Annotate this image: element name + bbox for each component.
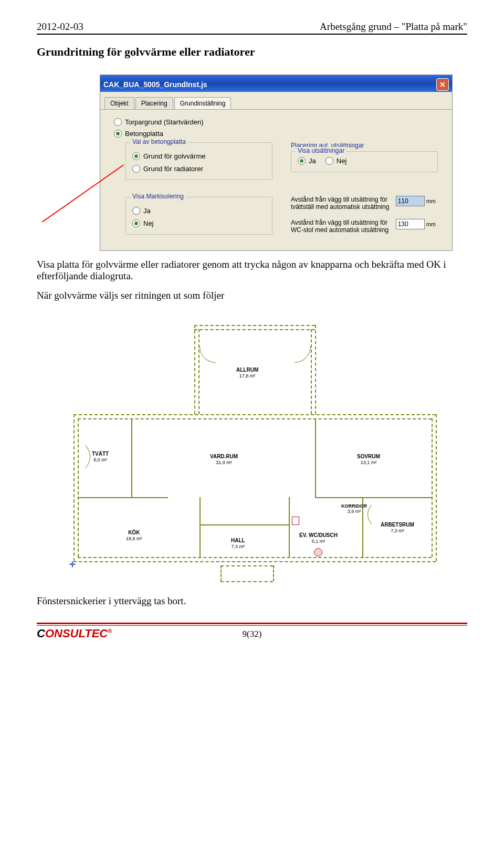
radio-radiatorer[interactable]	[132, 165, 140, 173]
room-kok: KÖK	[128, 530, 140, 535]
room-wc: EV. WC/DUSCH	[299, 532, 338, 538]
room-hall: HALL	[231, 538, 245, 543]
radio-golvvarme[interactable]	[132, 152, 140, 160]
radio-uts-nej[interactable]	[326, 157, 333, 165]
caption-markisolering: Visa Markisolering	[130, 193, 186, 200]
input-avst-wc[interactable]: 130	[396, 219, 425, 229]
label-uts-nej: Nej	[337, 157, 347, 165]
room-vardrun: VARD.RUM	[210, 454, 238, 459]
footer: CONSULTEC® 9(32)	[37, 623, 467, 639]
para-2: När golvvärme väljs ser ritningen ut som…	[37, 290, 467, 301]
unit-mm-2: mm	[426, 221, 436, 227]
area-tvatt: 8,0 m²	[93, 457, 107, 462]
label-torpargrund: Torpargrund (Startvärden)	[125, 118, 204, 126]
header-rule	[37, 34, 467, 35]
label-uts-ja: Ja	[309, 157, 316, 165]
area-allrum: 17,8 m²	[239, 373, 256, 378]
area-wc: 5,1 m²	[312, 539, 326, 544]
radio-uts-ja[interactable]	[298, 157, 306, 165]
label-avst-wc: Avstånd från vägg till utsättning för WC…	[291, 219, 394, 234]
group-val-betong: Val av betongplatta Grund för golvvärme …	[125, 142, 272, 180]
radio-torpargrund[interactable]	[114, 118, 122, 126]
label-betongplatta: Betongplatta	[125, 130, 163, 138]
area-kok: 18,8 m²	[126, 536, 142, 541]
tab-placering[interactable]: Placering	[135, 97, 173, 109]
area-hall: 7,4 m²	[232, 544, 245, 549]
group-visa-uts: Visa utsättningar Ja Nej	[291, 151, 438, 172]
wc-fixture-icon	[292, 517, 299, 525]
room-arbetsrum: ARBETSRUM	[381, 522, 414, 528]
label-golvvarme: Grund för golvvärme	[143, 152, 206, 160]
label-avst-tvatt: Avstånd från vägg till utsättning för tv…	[291, 196, 394, 211]
logo-rest: ONSULTEC	[45, 627, 108, 640]
tabs: Objekt Placering Grundinställning	[100, 92, 452, 110]
room-allrum: ALLRUM	[236, 367, 258, 373]
label-mark-nej: Nej	[143, 219, 154, 227]
tab-grundinstallning[interactable]: Grundinställning	[174, 97, 232, 109]
para-1: Visa platta för golvvärme eller radiator…	[37, 259, 467, 282]
section-title: Grundritning för golvvärme eller radiato…	[37, 45, 467, 59]
floor-plan: ALLRUM17,8 m² TVÄTT8,0 m² VARD.RUM31,9 m…	[63, 309, 441, 587]
dialog-title: CAK_BUA_5005_GrundInst.js	[103, 80, 207, 89]
label-mark-ja: Ja	[143, 207, 151, 215]
area-vardrun: 31,9 m²	[216, 460, 232, 465]
room-tvatt: TVÄTT	[92, 451, 109, 457]
radio-mark-ja[interactable]	[132, 207, 140, 215]
unit-mm-1: mm	[426, 198, 436, 204]
input-avst-tvatt[interactable]: 110	[396, 196, 425, 206]
logo-reg: ®	[108, 628, 112, 634]
header-title: Arbetsgång grund – "Platta på mark"	[320, 21, 467, 33]
area-arbetsrum: 7,3 m²	[391, 528, 404, 533]
cross-mark-icon: ✛	[69, 560, 76, 569]
area-korridor: 3,9 m²	[348, 509, 361, 514]
caption-val-betong: Val av betongplatta	[130, 138, 188, 145]
group-markisolering: Visa Markisolering Ja Nej	[125, 197, 272, 235]
wc-seat-icon	[314, 548, 322, 556]
logo-c: C	[37, 627, 45, 640]
para-3: Fönstersnickerier i yttervägg tas bort.	[37, 595, 467, 607]
radio-mark-nej[interactable]	[132, 219, 140, 227]
close-icon[interactable]: ✕	[436, 78, 449, 91]
label-radiatorer: Grund för radiatorer	[143, 165, 203, 173]
header-date: 2012-02-03	[37, 21, 83, 33]
caption-visa-uts: Visa utsättningar	[296, 147, 346, 154]
dialog-window: CAK_BUA_5005_GrundInst.js ✕ Objekt Place…	[100, 75, 453, 251]
area-sovrum: 13,1 m²	[361, 460, 377, 465]
dialog-titlebar: CAK_BUA_5005_GrundInst.js ✕	[100, 75, 452, 92]
tab-objekt[interactable]: Objekt	[104, 97, 134, 109]
tab-panel: Torpargrund (Startvärden) Betongplatta V…	[100, 110, 452, 250]
room-korridor: KORRIDOR	[341, 503, 367, 509]
radio-betongplatta[interactable]	[114, 130, 122, 138]
room-sovrum: SOVRUM	[357, 454, 380, 459]
